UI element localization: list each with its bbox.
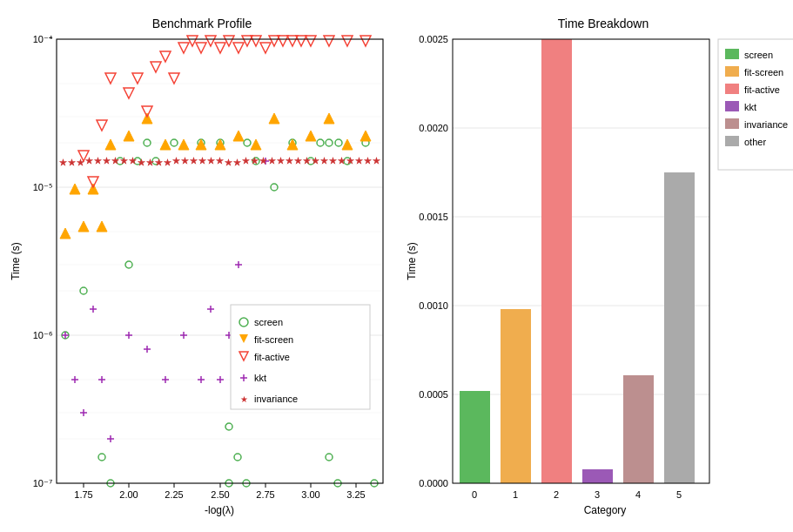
bar-2-label: 2 [554, 489, 559, 500]
svg-text:★: ★ [373, 156, 380, 165]
ry-tick-0: 0.0000 [419, 478, 448, 488]
svg-text:★: ★ [103, 156, 111, 165]
rlegend-fit-screen-swatch [725, 66, 739, 77]
rlegend-kkt-label: kkt [744, 102, 756, 112]
ry-tick-0020: 0.0020 [419, 123, 448, 133]
left-y-label: Time (s) [10, 242, 22, 280]
bar-5-label: 5 [676, 489, 682, 500]
svg-text:★: ★ [233, 158, 241, 167]
svg-text:★: ★ [155, 158, 163, 167]
bar-4-invariance [623, 375, 654, 483]
svg-text:★: ★ [242, 156, 250, 165]
y-tick-1e-7: 10⁻⁷ [33, 478, 52, 488]
y-tick-1e-6: 10⁻⁶ [33, 330, 53, 340]
svg-text:★: ★ [138, 158, 145, 167]
svg-text:★: ★ [355, 156, 363, 165]
chart-frame [57, 39, 383, 483]
svg-text:★: ★ [364, 156, 372, 165]
svg-text:★: ★ [346, 156, 354, 165]
svg-text:★: ★ [207, 156, 215, 165]
x-tick-3.25: 3.25 [346, 489, 365, 500]
legend-invariance-icon: ★ [240, 394, 248, 404]
x-tick-2.00: 2.00 [119, 489, 138, 500]
right-y-label: Time (s) [406, 242, 418, 280]
left-panel: Benchmark Profile Time (s) -log(λ) [0, 0, 396, 532]
ry-tick-0015: 0.0015 [419, 212, 448, 222]
svg-text:★: ★ [129, 156, 137, 165]
ry-tick-0025: 0.0025 [419, 34, 448, 44]
svg-text:★: ★ [286, 156, 293, 165]
svg-text:★: ★ [146, 158, 154, 167]
svg-text:★: ★ [59, 158, 67, 167]
left-x-label: -log(λ) [205, 504, 234, 516]
rlegend-fit-active-label: fit-active [744, 84, 780, 95]
rlegend-other-swatch [725, 136, 739, 146]
svg-text:★: ★ [172, 156, 180, 165]
main-container: Benchmark Profile Time (s) -log(λ) [0, 0, 793, 532]
bar-3-label: 3 [595, 489, 600, 500]
rlegend-kkt-swatch [725, 101, 739, 111]
svg-text:★: ★ [77, 158, 84, 167]
svg-text:★: ★ [68, 158, 76, 167]
right-chart-title: Time Breakdown [558, 17, 649, 30]
svg-text:★: ★ [251, 156, 259, 165]
rlegend-screen-swatch [725, 49, 739, 59]
bar-1-label: 1 [513, 489, 518, 500]
x-tick-2.75: 2.75 [256, 489, 274, 500]
svg-text:★: ★ [312, 156, 319, 165]
y-tick-1e-4: 10⁻⁴ [33, 34, 53, 44]
svg-text:★: ★ [120, 156, 128, 165]
right-panel: Time Breakdown Time (s) Category 0.0000 … [396, 0, 793, 532]
rlegend-other-label: other [744, 137, 766, 147]
left-chart-title: Benchmark Profile [152, 17, 252, 30]
bar-0-screen [460, 391, 490, 483]
rlegend-fit-active-swatch [725, 84, 739, 94]
svg-text:★: ★ [198, 156, 206, 165]
legend-invariance-label: invariance [254, 394, 298, 404]
legend-screen-label: screen [254, 317, 283, 327]
rlegend-invariance-swatch [725, 118, 739, 129]
right-x-label: Category [584, 504, 627, 516]
time-breakdown-chart: Time Breakdown Time (s) Category 0.0000 … [405, 9, 793, 523]
svg-text:★: ★ [329, 156, 337, 165]
ry-tick-0005: 0.0005 [419, 389, 448, 400]
legend-fit-screen-label: fit-screen [254, 334, 293, 345]
svg-text:★: ★ [268, 156, 276, 165]
bar-2-fit-active [541, 39, 572, 483]
svg-text:★: ★ [303, 156, 311, 165]
svg-text:★: ★ [94, 156, 102, 165]
svg-text:★: ★ [216, 156, 224, 165]
rlegend-invariance-label: invariance [744, 119, 788, 130]
bar-3-kkt [582, 469, 613, 483]
svg-text:★: ★ [294, 156, 302, 165]
svg-text:★: ★ [259, 156, 267, 165]
svg-text:★: ★ [181, 156, 189, 165]
bar-1-fit-screen [501, 309, 531, 483]
svg-text:★: ★ [111, 156, 119, 165]
bar-4-label: 4 [635, 489, 641, 500]
bar-5-other [664, 172, 695, 483]
legend-fit-active-label: fit-active [254, 352, 290, 362]
svg-text:★: ★ [225, 158, 232, 167]
rlegend-screen-label: screen [744, 50, 773, 60]
svg-text:★: ★ [164, 158, 171, 167]
svg-text:★: ★ [320, 156, 328, 165]
left-legend-box [231, 305, 370, 409]
x-tick-2.25: 2.25 [165, 489, 183, 500]
y-tick-1e-5: 10⁻⁵ [33, 182, 52, 192]
svg-text:★: ★ [277, 156, 285, 165]
rlegend-fit-screen-label: fit-screen [744, 67, 783, 77]
x-tick-2.50: 2.50 [211, 489, 229, 500]
x-tick-3.00: 3.00 [301, 489, 319, 500]
benchmark-profile-chart: Benchmark Profile Time (s) -log(λ) [9, 9, 396, 523]
svg-text:★: ★ [190, 156, 198, 165]
ry-tick-0010: 0.0010 [419, 300, 448, 311]
x-tick-1.75: 1.75 [74, 489, 92, 500]
bar-0-label: 0 [472, 489, 477, 500]
legend-kkt-label: kkt [254, 373, 266, 383]
svg-text:★: ★ [338, 156, 346, 165]
svg-text:★: ★ [85, 156, 93, 165]
